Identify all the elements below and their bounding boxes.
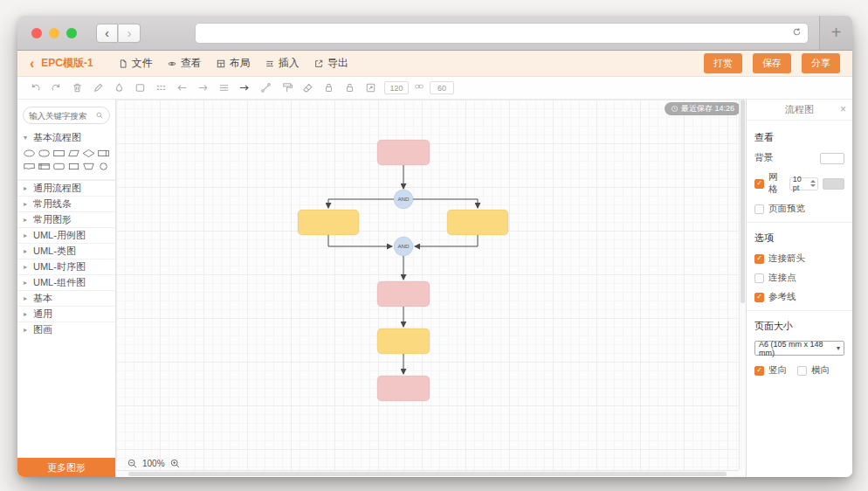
horizontal-scrollbar[interactable] [116, 470, 739, 477]
link-icon[interactable] [412, 80, 426, 96]
reward-button[interactable]: 打赏 [704, 53, 742, 73]
sidebar-category[interactable]: ▸图画 [17, 322, 115, 337]
option-checkbox[interactable] [754, 293, 764, 302]
minimize-window-button[interactable] [49, 28, 59, 38]
refresh-icon[interactable] [791, 25, 803, 41]
stencil-diamond[interactable] [82, 148, 96, 159]
menu-export[interactable]: 导出 [313, 56, 348, 71]
stencil-ellipse[interactable] [22, 148, 36, 159]
shape-search-input[interactable] [29, 111, 95, 121]
flowchart-node[interactable] [377, 140, 430, 165]
pen-icon[interactable] [87, 79, 108, 98]
sidebar-category[interactable]: ▸常用图形 [17, 211, 115, 227]
sidebar-category[interactable]: ▸基本 [17, 290, 115, 306]
page-preview-checkbox[interactable] [754, 204, 764, 214]
trash-icon[interactable] [66, 79, 87, 98]
address-input[interactable] [201, 27, 791, 39]
grid-size-stepper[interactable]: 10 pt [789, 177, 818, 190]
shape-icon[interactable] [129, 79, 150, 98]
sidebar-category[interactable]: ▸UML-类图 [17, 243, 115, 259]
flowchart-node[interactable] [377, 328, 430, 354]
orientation-label: 横向 [811, 364, 830, 377]
flowchart-node[interactable] [298, 210, 359, 235]
option-checkbox[interactable] [754, 254, 764, 264]
close-icon[interactable]: × [840, 103, 846, 115]
close-window-button[interactable] [31, 28, 42, 38]
layout-menu-icon [216, 59, 226, 69]
view-section-label: 查看 [754, 131, 844, 144]
grid-color-swatch[interactable] [823, 178, 844, 190]
stencil-parallelogram[interactable] [66, 148, 80, 159]
sidebar-category[interactable]: ▸通用 [17, 306, 115, 322]
address-bar[interactable] [195, 23, 809, 44]
expand-icon[interactable] [360, 79, 381, 98]
zoom-out-icon[interactable] [127, 458, 138, 469]
flowchart-node[interactable] [377, 376, 430, 401]
shape-search[interactable] [23, 107, 110, 124]
app-back-icon[interactable]: ‹ [30, 57, 34, 71]
zoom-in-icon[interactable] [169, 458, 181, 469]
undo-icon[interactable] [24, 79, 45, 98]
stencil-card[interactable] [66, 161, 80, 172]
connector-style-icon[interactable] [255, 79, 276, 98]
lock-icon[interactable] [318, 79, 339, 98]
maximize-window-button[interactable] [66, 28, 77, 38]
orientation-checkbox[interactable] [797, 366, 807, 376]
height-input[interactable] [430, 81, 454, 94]
page-size-select[interactable]: A6 (105 mm x 148 mm) ▾ [754, 341, 844, 356]
format-painter-icon[interactable] [276, 79, 297, 98]
line-weight-icon[interactable] [213, 79, 234, 98]
redo-icon[interactable] [45, 79, 66, 98]
stencil-terminator[interactable] [37, 148, 51, 159]
sidebar-category[interactable]: ▸常用线条 [17, 196, 115, 211]
sidebar-category[interactable]: ▸UML-组件图 [17, 274, 115, 290]
browser-back-button[interactable]: ‹ [96, 24, 118, 43]
new-tab-button[interactable]: + [819, 16, 852, 50]
diagram-canvas[interactable]: ANDAND 最近保存 14:26 100% [116, 100, 746, 477]
option-checkbox[interactable] [754, 273, 764, 283]
shape-sidebar: ▾ 基本流程图 ▸通用流程图▸常用线条▸常用图形▸UML-用例图▸UML-类图▸… [17, 100, 116, 477]
arrow-right-icon[interactable] [192, 79, 213, 98]
vertical-scrollbar[interactable] [739, 100, 746, 470]
dash-icon[interactable] [150, 79, 171, 98]
save-button[interactable]: 保存 [753, 53, 791, 73]
stencil-trapezoid[interactable] [82, 161, 96, 172]
chevron-down-icon: ▾ [837, 344, 840, 352]
orientation-checkbox[interactable] [754, 366, 764, 376]
stencil-rectangle[interactable] [52, 148, 65, 159]
gateway-label: AND [397, 196, 410, 202]
flowchart-edge[interactable] [415, 235, 478, 246]
app-header: ‹ EPC模版-1 文件查看布局插入导出 打赏保存分享 [17, 51, 852, 77]
flowchart-edge[interactable] [413, 199, 478, 208]
flowchart-node[interactable] [447, 210, 508, 235]
sidebar-category[interactable]: ▸UML-用例图 [17, 227, 115, 243]
flowchart-edge[interactable] [328, 235, 392, 246]
more-shapes-button[interactable]: 更多图形 [17, 458, 115, 477]
stencil-internal-storage[interactable] [37, 161, 51, 172]
background-color-swatch[interactable] [820, 153, 844, 164]
flowchart-edge[interactable] [328, 199, 394, 208]
sidebar-category-expanded[interactable]: ▾ 基本流程图 [17, 129, 115, 145]
menu-insert[interactable]: 插入 [265, 56, 300, 71]
sidebar-category[interactable]: ▸通用流程图 [17, 180, 115, 196]
sidebar-category[interactable]: ▸UML-时序图 [17, 259, 115, 274]
stencil-rounded-rectangle[interactable] [52, 161, 65, 172]
arrow-left-icon[interactable] [171, 79, 192, 98]
stencil-predefined-process[interactable] [97, 148, 111, 159]
grid-checkbox[interactable] [754, 179, 764, 189]
share-button[interactable]: 分享 [802, 53, 840, 73]
stencil-circle[interactable] [97, 161, 111, 172]
width-input[interactable] [384, 81, 409, 94]
menu-layout[interactable]: 布局 [216, 56, 251, 71]
connector-icon[interactable] [234, 79, 255, 98]
flowchart-node[interactable] [377, 281, 430, 307]
unlock-icon[interactable] [339, 79, 360, 98]
stencil-document[interactable] [22, 161, 36, 172]
menu-file[interactable]: 文件 [118, 56, 153, 71]
browser-forward-button[interactable]: › [119, 24, 141, 43]
menu-view[interactable]: 查看 [167, 56, 202, 71]
stencil-grid [17, 145, 115, 180]
eraser-icon[interactable] [297, 79, 318, 98]
toolbar [17, 77, 852, 100]
fill-icon[interactable] [108, 79, 129, 98]
